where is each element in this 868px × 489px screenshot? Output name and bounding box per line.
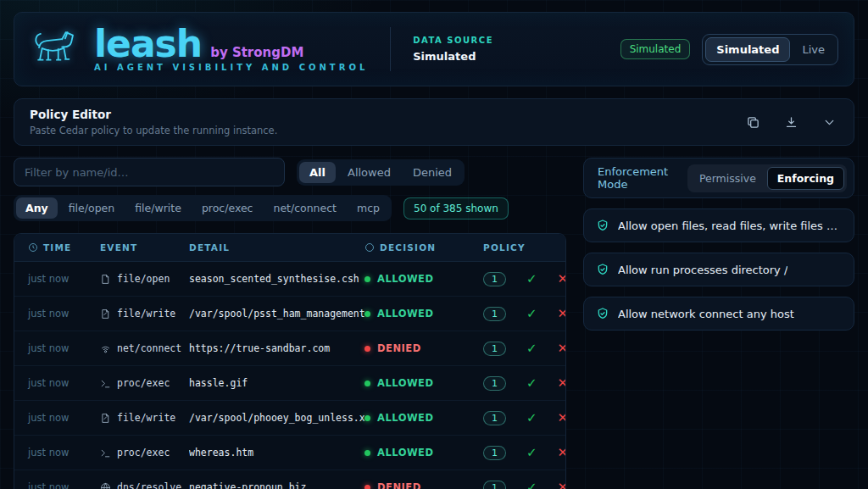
approve-icon[interactable]: ✓: [526, 410, 537, 425]
tab-all[interactable]: All: [299, 162, 336, 183]
source-toggle-live[interactable]: Live: [792, 38, 835, 61]
event-time: just now: [28, 342, 100, 354]
chip-net-connect[interactable]: net/connect: [264, 197, 346, 219]
event-type: file/write: [100, 412, 189, 424]
policies-panel: Enforcement Mode Permissive Enforcing Al…: [583, 158, 854, 489]
table-row[interactable]: just now dns/resolve negative-pronoun.bi…: [14, 470, 565, 489]
event-detail: whereas.htm: [189, 447, 364, 458]
chip-any[interactable]: Any: [16, 197, 58, 219]
brand-byline: by StrongDM: [210, 45, 303, 60]
reject-icon[interactable]: ✕: [558, 445, 566, 460]
app-root: leash by StrongDM AI AGENT VISIBILITY AN…: [0, 0, 868, 489]
policy-editor-subtitle: Paste Cedar policy to update the running…: [30, 125, 277, 136]
approve-icon[interactable]: ✓: [526, 306, 537, 321]
table-row[interactable]: just now net/connect https://true-sandba…: [14, 331, 565, 366]
col-header-event: EVENT: [100, 242, 189, 253]
tab-denied[interactable]: Denied: [403, 162, 462, 183]
col-header-time: TIME: [28, 242, 100, 253]
reject-icon[interactable]: ✕: [558, 341, 566, 356]
event-time: just now: [28, 377, 100, 389]
event-type: proc/exec: [100, 447, 189, 458]
decision-badge: ALLOWED: [364, 273, 483, 285]
table-row[interactable]: just now file/write /var/spool/phooey_bo…: [14, 401, 565, 436]
event-detail: /var/spool/psst_ham_management.: [189, 308, 364, 320]
approve-icon[interactable]: ✓: [526, 375, 537, 391]
tab-allowed[interactable]: Allowed: [337, 162, 401, 183]
table-row[interactable]: just now file/open season_scented_synthe…: [14, 262, 565, 297]
event-time: just now: [28, 447, 100, 458]
enforcement-permissive[interactable]: Permissive: [690, 167, 765, 190]
events-panel: All Allowed Denied Any file/open file/wr…: [14, 158, 566, 489]
simulated-status-badge: Simulated: [620, 39, 691, 59]
download-icon[interactable]: [782, 114, 800, 131]
approve-icon[interactable]: ✓: [526, 480, 537, 489]
enforcement-mode-card: Enforcement Mode Permissive Enforcing: [583, 158, 854, 198]
copy-icon[interactable]: [744, 114, 762, 131]
policy-count-badge: 1: [483, 376, 506, 391]
shield-check-icon: [596, 219, 609, 232]
table-row[interactable]: just now proc/exec whereas.htm ALLOWED 1…: [14, 436, 565, 470]
approve-icon[interactable]: ✓: [526, 445, 537, 460]
chip-file-write[interactable]: file/write: [125, 197, 191, 219]
event-type: dns/resolve: [100, 481, 189, 489]
event-type: proc/exec: [100, 377, 189, 389]
brand-tagline: AI AGENT VISIBILITY AND CONTROL: [94, 63, 368, 72]
enforcement-toggle: Permissive Enforcing: [687, 164, 847, 192]
policy-count-badge: 1: [483, 342, 506, 356]
decision-icon: [364, 242, 375, 253]
decision-filter-tabs: All Allowed Denied: [297, 159, 465, 186]
col-header-policy: POLICY: [483, 242, 552, 253]
col-header-detail: DETAIL: [189, 242, 364, 253]
event-type: net/connect: [100, 342, 189, 354]
reject-icon[interactable]: ✕: [558, 375, 566, 391]
shield-check-icon: [596, 307, 609, 320]
file-pen-icon: [100, 308, 111, 320]
policy-card-label: Allow open files, read files, write file…: [618, 219, 842, 232]
event-type: file/write: [100, 308, 189, 320]
reject-icon[interactable]: ✕: [558, 410, 566, 425]
approve-icon[interactable]: ✓: [526, 271, 537, 286]
search-input[interactable]: [14, 158, 285, 186]
terminal-icon: [100, 447, 111, 458]
table-row[interactable]: just now file/write /var/spool/psst_ham_…: [14, 297, 565, 331]
decision-badge: ALLOWED: [364, 447, 483, 458]
reject-icon[interactable]: ✕: [558, 306, 566, 321]
event-detail: https://true-sandbar.com: [189, 342, 364, 354]
source-toggle-simulated[interactable]: Simulated: [705, 37, 790, 62]
table-row[interactable]: just now proc/exec hassle.gif ALLOWED 1 …: [14, 366, 565, 401]
policy-card-files[interactable]: Allow open files, read files, write file…: [583, 208, 854, 242]
enforcement-mode-label: Enforcement Mode: [598, 165, 687, 191]
event-time: just now: [28, 308, 100, 320]
policy-card-network[interactable]: Allow network connect any host: [583, 297, 854, 331]
app-title: leash: [94, 26, 202, 62]
chip-file-open[interactable]: file/open: [59, 197, 124, 219]
event-detail: negative-pronoun.biz: [189, 481, 364, 489]
policy-count-badge: 1: [483, 446, 506, 460]
decision-badge: DENIED: [364, 481, 483, 489]
decision-badge: ALLOWED: [364, 377, 483, 389]
chip-proc-exec[interactable]: proc/exec: [192, 197, 263, 219]
policy-card-label: Allow run processes directory /: [618, 264, 787, 276]
reject-icon[interactable]: ✕: [558, 271, 566, 286]
reject-icon[interactable]: ✕: [558, 480, 566, 489]
policy-card-label: Allow network connect any host: [618, 308, 794, 320]
policy-card-processes[interactable]: Allow run processes directory /: [583, 253, 854, 286]
chevron-down-icon[interactable]: [821, 114, 838, 131]
policy-count-badge: 1: [483, 481, 506, 489]
policy-editor-title: Policy Editor: [30, 108, 277, 121]
dog-logo-icon: [30, 25, 82, 74]
policy-count-badge: 1: [483, 307, 506, 321]
enforcement-enforcing[interactable]: Enforcing: [767, 167, 844, 190]
event-time: just now: [28, 273, 100, 285]
data-source-value: Simulated: [413, 50, 493, 63]
shield-check-icon: [596, 263, 609, 276]
event-type: file/open: [100, 273, 189, 285]
results-count-badge: 50 of 385 shown: [403, 197, 509, 219]
policy-count-badge: 1: [483, 411, 506, 425]
approve-icon[interactable]: ✓: [526, 341, 537, 356]
event-detail: season_scented_synthesise.csh: [189, 273, 364, 285]
chip-mcp[interactable]: mcp: [348, 197, 389, 219]
event-time: just now: [28, 412, 100, 424]
event-type-filters: Any file/open file/write proc/exec net/c…: [14, 195, 392, 221]
events-table: TIME EVENT DETAIL DECISION POLICY just n…: [14, 233, 566, 489]
